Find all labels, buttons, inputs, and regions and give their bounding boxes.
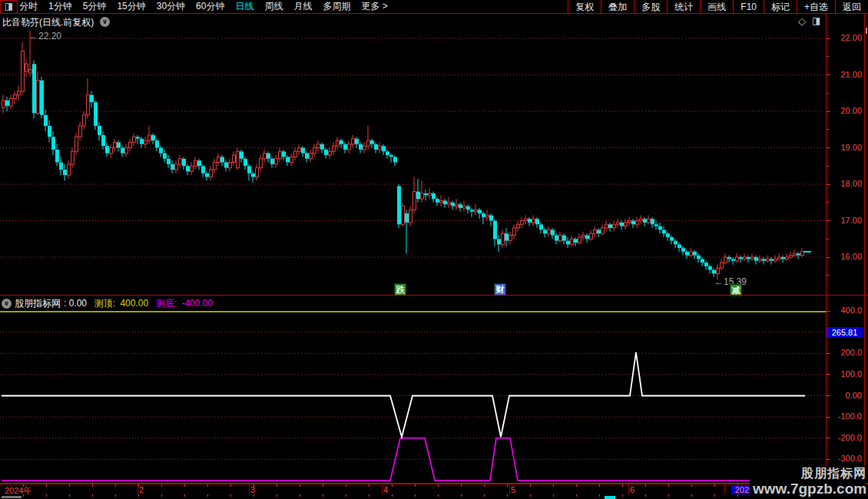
candle-up <box>190 166 194 171</box>
period-tab-多周期[interactable]: 多周期 <box>323 0 350 13</box>
app-window: 分时1分钟5分钟15分钟30分钟60分钟日线周线月线多周期更多 > 复权叠加多股… <box>0 0 868 499</box>
event-marker-财: 财 <box>494 283 506 296</box>
period-tab-1分钟[interactable]: 1分钟 <box>48 0 72 13</box>
date-tick <box>184 484 185 487</box>
tool-button-+自选[interactable]: +自选 <box>797 0 835 13</box>
candle-up <box>786 257 789 259</box>
tool-button-画线[interactable]: 画线 <box>700 0 733 13</box>
candle-down <box>643 219 647 223</box>
candle-down <box>701 259 704 263</box>
split-window-icon[interactable] <box>812 15 820 26</box>
tool-button-F10[interactable]: F10 <box>733 0 764 13</box>
candle-up <box>790 256 793 257</box>
period-tab-更多 >[interactable]: 更多 > <box>361 0 387 13</box>
period-tabs: 分时1分钟5分钟15分钟30分钟60分钟日线周线月线多周期更多 > <box>19 0 388 13</box>
candle-up <box>640 219 643 220</box>
candle-up <box>279 151 282 159</box>
candle-up <box>348 144 351 150</box>
candle-down <box>136 137 140 138</box>
month-separator <box>628 484 629 494</box>
candle-down <box>389 155 393 157</box>
tool-button-统计[interactable]: 统计 <box>667 0 700 13</box>
date-tick <box>23 484 24 487</box>
date-label-6: 6 <box>630 485 634 494</box>
date-tick <box>461 484 462 487</box>
date-label-2: 2 <box>139 485 144 494</box>
candle-up <box>83 115 86 126</box>
candle-down <box>282 151 286 157</box>
candle-down <box>205 173 209 177</box>
candle-up <box>298 148 301 152</box>
event-marker-跌: 跌 <box>394 283 406 296</box>
pane-separator[interactable] <box>0 295 868 296</box>
candle-down <box>451 203 455 207</box>
candle-up <box>690 252 693 256</box>
diamond-icon[interactable] <box>798 15 806 27</box>
candle-down <box>651 219 654 224</box>
layout-toggle-button[interactable] <box>0 0 18 14</box>
candle-down <box>167 159 171 164</box>
date-tick <box>115 494 116 497</box>
candle-down <box>340 140 343 144</box>
candle-up <box>613 224 616 228</box>
period-tab-30分钟[interactable]: 30分钟 <box>157 0 185 13</box>
candle-down <box>666 233 670 237</box>
candle-down <box>267 154 270 159</box>
candle-down <box>562 236 566 241</box>
tool-button-多股[interactable]: 多股 <box>634 0 667 13</box>
date-tick <box>323 494 323 497</box>
candle-up <box>18 91 21 95</box>
period-tab-日线[interactable]: 日线 <box>235 0 253 13</box>
price-tick-label: 17.00 <box>830 216 862 225</box>
date-tick <box>691 494 692 497</box>
date-tick <box>346 484 346 487</box>
candle-up <box>310 154 313 159</box>
chart-title: 比音勒芬(日线.前复权) <box>2 16 94 29</box>
candle-down <box>770 259 774 260</box>
tool-button-标记[interactable]: 标记 <box>764 0 797 13</box>
candle-down <box>754 257 758 261</box>
date-tick <box>184 494 185 497</box>
candle-up <box>29 69 32 73</box>
period-tab-5分钟[interactable]: 5分钟 <box>83 0 107 13</box>
candle-up <box>413 192 416 210</box>
date-tick <box>553 484 554 487</box>
candlestick-plot[interactable] <box>0 29 826 296</box>
chevron-down-circle-icon[interactable] <box>100 17 110 27</box>
indicator-plot[interactable] <box>0 311 826 483</box>
period-tab-分时[interactable]: 分时 <box>19 0 38 13</box>
tool-button-叠加[interactable]: 叠加 <box>601 0 634 13</box>
candle-up <box>721 263 724 268</box>
axis-tick <box>826 395 830 396</box>
candle-up <box>37 81 40 114</box>
period-tab-60分钟[interactable]: 60分钟 <box>196 0 224 13</box>
candle-down <box>781 257 785 259</box>
candle-down <box>608 224 612 228</box>
candle-up <box>594 230 597 233</box>
date-tick <box>438 494 439 497</box>
period-tab-15分钟[interactable]: 15分钟 <box>117 0 145 13</box>
candle-down <box>459 204 462 208</box>
tool-button-返回[interactable]: 返回 <box>835 0 868 13</box>
candle-up <box>110 148 113 154</box>
indicator-value-badge: 265.81 <box>827 327 863 338</box>
chevron-down-circle-icon[interactable] <box>2 299 12 309</box>
candle-up <box>582 236 585 237</box>
tool-button-复权[interactable]: 复权 <box>568 0 601 13</box>
indicator-name[interactable]: 股朋指标网 <box>15 297 61 310</box>
period-tab-月线[interactable]: 月线 <box>293 0 312 13</box>
date-tick <box>691 484 692 487</box>
candle-down <box>324 150 328 155</box>
date-tick <box>253 494 254 497</box>
date-label-5: 5 <box>511 485 515 494</box>
candle-down <box>374 144 378 150</box>
candle-down <box>443 200 447 204</box>
candle-up <box>590 233 593 239</box>
candle-up <box>237 151 240 167</box>
axis-tick <box>826 311 830 312</box>
candle-up <box>717 268 720 273</box>
period-tab-周线[interactable]: 周线 <box>264 0 283 13</box>
candle-down <box>105 146 109 154</box>
candle-down <box>40 81 44 115</box>
scrollbar-thumb[interactable] <box>866 28 867 34</box>
